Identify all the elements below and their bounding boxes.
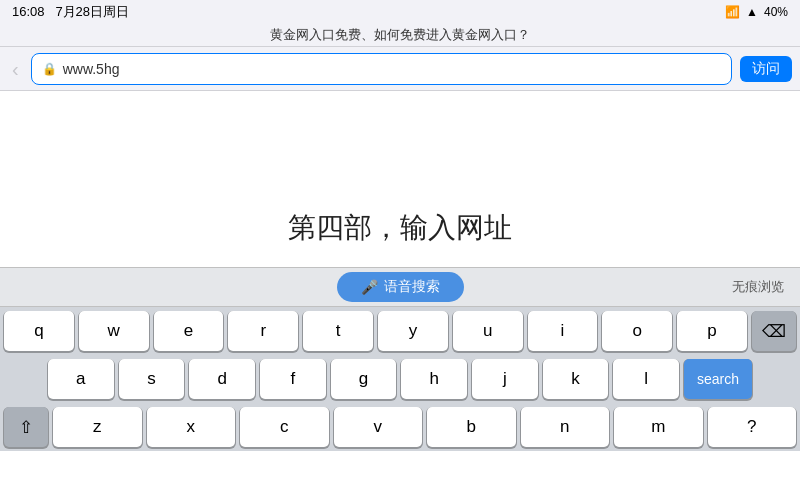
key-g[interactable]: g — [331, 359, 397, 399]
lock-icon: 🔒 — [42, 62, 57, 76]
page-title: 黄金网入口免费、如何免费进入黄金网入口？ — [270, 27, 530, 42]
address-text: www.5hg — [63, 61, 721, 77]
key-c[interactable]: c — [240, 407, 329, 447]
keyboard-row-1: q w e r t y u i o p ⌫ — [0, 307, 800, 355]
key-s[interactable]: s — [119, 359, 185, 399]
key-v[interactable]: v — [334, 407, 423, 447]
keyboard: 🎤 语音搜索 无痕浏览 q w e r t y u i o p ⌫ a s d … — [0, 267, 800, 451]
key-m[interactable]: m — [614, 407, 703, 447]
key-u[interactable]: u — [453, 311, 523, 351]
browser-toolbar: ‹ 🔒 www.5hg 访问 — [0, 47, 800, 91]
key-h[interactable]: h — [401, 359, 467, 399]
address-bar[interactable]: 🔒 www.5hg — [31, 53, 732, 85]
keyboard-row-3: ⇧ z x c v b n m ? — [0, 403, 800, 451]
key-w[interactable]: w — [79, 311, 149, 351]
key-p[interactable]: p — [677, 311, 747, 351]
status-bar: 16:08 7月28日周日 📶 ▲ 40% — [0, 0, 800, 24]
shift-key[interactable]: ⇧ — [4, 407, 48, 447]
keyboard-row-2: a s d f g h j k l search — [0, 355, 800, 403]
key-x[interactable]: x — [147, 407, 236, 447]
mic-icon: 🎤 — [361, 279, 378, 295]
key-n[interactable]: n — [521, 407, 610, 447]
key-question[interactable]: ? — [708, 407, 797, 447]
suggestion-bar: 🎤 语音搜索 无痕浏览 — [0, 267, 800, 307]
key-q[interactable]: q — [4, 311, 74, 351]
key-i[interactable]: i — [528, 311, 598, 351]
main-content: 第四部，输入网址 — [0, 91, 800, 267]
back-button[interactable]: ‹ — [8, 59, 23, 79]
voice-search-button[interactable]: 🎤 语音搜索 — [337, 272, 464, 302]
key-y[interactable]: y — [378, 311, 448, 351]
key-d[interactable]: d — [189, 359, 255, 399]
incognito-label: 无痕浏览 — [732, 278, 784, 296]
key-b[interactable]: b — [427, 407, 516, 447]
key-k[interactable]: k — [543, 359, 609, 399]
key-l[interactable]: l — [613, 359, 679, 399]
status-time: 16:08 7月28日周日 — [12, 3, 129, 21]
key-o[interactable]: o — [602, 311, 672, 351]
search-key[interactable]: search — [684, 359, 752, 399]
key-r[interactable]: r — [228, 311, 298, 351]
wifi-icon: 📶 — [725, 5, 740, 19]
key-j[interactable]: j — [472, 359, 538, 399]
key-z[interactable]: z — [53, 407, 142, 447]
battery-icon: 40% — [764, 5, 788, 19]
key-a[interactable]: a — [48, 359, 114, 399]
status-icons: 📶 ▲ 40% — [725, 5, 788, 19]
key-f[interactable]: f — [260, 359, 326, 399]
signal-icon: ▲ — [746, 5, 758, 19]
visit-button[interactable]: 访问 — [740, 56, 792, 82]
page-heading: 第四部，输入网址 — [288, 209, 512, 247]
key-e[interactable]: e — [154, 311, 224, 351]
key-t[interactable]: t — [303, 311, 373, 351]
delete-key[interactable]: ⌫ — [752, 311, 796, 351]
